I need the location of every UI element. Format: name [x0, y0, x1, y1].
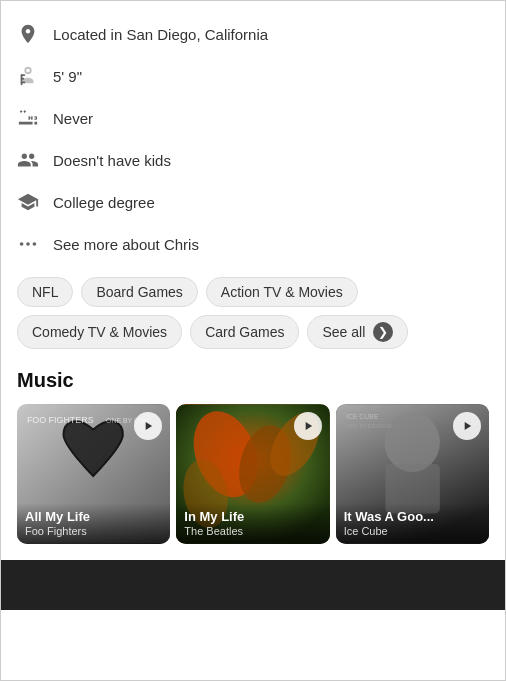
smoking-row: Never: [17, 97, 489, 139]
bottom-bar: [1, 560, 505, 610]
kids-icon: [17, 149, 53, 171]
kids-row: Doesn't have kids: [17, 139, 489, 181]
height-text: 5' 9": [53, 68, 82, 85]
play-button-2[interactable]: [294, 412, 322, 440]
music-card-2[interactable]: In My Life The Beatles: [176, 404, 329, 544]
song-artist-2: The Beatles: [184, 525, 321, 538]
see-all-button[interactable]: See all ❯: [307, 315, 408, 349]
svg-rect-1: [21, 74, 26, 76]
interest-tag-nfl[interactable]: NFL: [17, 277, 73, 307]
location-icon: [17, 23, 53, 45]
svg-text:THE PREDATOR: THE PREDATOR: [346, 423, 392, 429]
height-row: 5' 9": [17, 55, 489, 97]
play-button-3[interactable]: [453, 412, 481, 440]
svg-rect-3: [21, 82, 26, 84]
education-text: College degree: [53, 194, 155, 211]
song-title-1: All My Life: [25, 509, 162, 525]
svg-rect-2: [21, 78, 25, 80]
kids-text: Doesn't have kids: [53, 152, 171, 169]
music-section-title: Music: [17, 369, 489, 392]
svg-point-4: [20, 242, 24, 246]
music-card-1-info: All My Life Foo Fighters: [17, 503, 170, 544]
education-row: College degree: [17, 181, 489, 223]
interest-tag-board-games[interactable]: Board Games: [81, 277, 197, 307]
education-icon: [17, 191, 53, 213]
profile-info-section: Located in San Diego, California 5' 9" N…: [1, 1, 505, 265]
interest-tag-card-games[interactable]: Card Games: [190, 315, 299, 349]
height-icon: [17, 65, 53, 87]
music-card-2-info: In My Life The Beatles: [176, 503, 329, 544]
music-card-3-info: It Was A Goo... Ice Cube: [336, 503, 489, 544]
song-artist-1: Foo Fighters: [25, 525, 162, 538]
music-section: Music: [1, 361, 505, 556]
see-all-arrow-icon: ❯: [373, 322, 393, 342]
svg-point-5: [26, 242, 30, 246]
svg-point-19: [384, 413, 439, 472]
see-all-label: See all: [322, 324, 365, 340]
song-title-2: In My Life: [184, 509, 321, 525]
see-more-row[interactable]: See more about Chris: [17, 223, 489, 265]
smoking-icon: [17, 107, 53, 129]
interests-section: NFL Board Games Action TV & Movies Comed…: [1, 265, 505, 361]
svg-point-6: [33, 242, 37, 246]
interest-tag-comedy-tv[interactable]: Comedy TV & Movies: [17, 315, 182, 349]
music-grid: FOO FIGHTERS ONE BY ONE All My Life Foo …: [17, 404, 489, 544]
smoking-text: Never: [53, 110, 93, 127]
svg-text:ICE CUBE: ICE CUBE: [346, 413, 379, 420]
music-card-1[interactable]: FOO FIGHTERS ONE BY ONE All My Life Foo …: [17, 404, 170, 544]
more-icon: [17, 233, 53, 255]
see-more-text: See more about Chris: [53, 236, 199, 253]
interest-tag-action-tv[interactable]: Action TV & Movies: [206, 277, 358, 307]
location-row: Located in San Diego, California: [17, 13, 489, 55]
location-text: Located in San Diego, California: [53, 26, 268, 43]
svg-text:FOO FIGHTERS: FOO FIGHTERS: [27, 415, 94, 425]
song-artist-3: Ice Cube: [344, 525, 481, 538]
song-title-3: It Was A Goo...: [344, 509, 481, 525]
music-card-3[interactable]: ICE CUBE THE PREDATOR It Was A Goo... Ic…: [336, 404, 489, 544]
